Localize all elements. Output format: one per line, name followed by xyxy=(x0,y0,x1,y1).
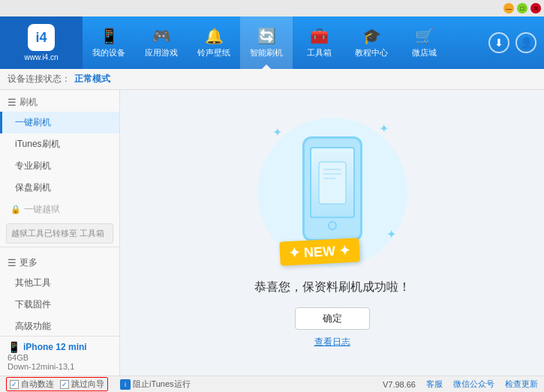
titlebar: — □ ✕ xyxy=(0,0,544,16)
stop-itunes-label: 阻止iTunes运行 xyxy=(133,379,191,390)
smart-flash-icon: 🔄 xyxy=(257,27,276,45)
nav-my-device-label: 我的设备 xyxy=(92,47,125,58)
sidebar-section-more-label: 更多 xyxy=(20,256,38,269)
stop-itunes-area: i 阻止iTunes运行 xyxy=(116,379,195,390)
user-button[interactable]: 👤 xyxy=(515,32,536,53)
ringtone-icon: 🔔 xyxy=(205,27,224,45)
more-section-icon: ☰ xyxy=(8,257,17,268)
sidebar-item-advanced[interactable]: 高级功能 xyxy=(0,316,119,336)
nav-apps-games[interactable]: 🎮 应用游戏 xyxy=(135,16,188,69)
logo-area: i4 www.i4.cn xyxy=(0,16,83,69)
tutorial-icon: 🎓 xyxy=(362,27,381,45)
sidebar-item-pro-flash[interactable]: 专业刷机 xyxy=(0,155,119,177)
nav-my-device[interactable]: 📱 我的设备 xyxy=(83,16,135,69)
jailbreak-label: 一键越狱 xyxy=(24,203,60,216)
auto-connect-box[interactable]: ✓ xyxy=(10,380,19,389)
sidebar: ☰ 刷机 一键刷机 iTunes刷机 专业刷机 保盘刷机 🔒 一键越狱 越狱工具… xyxy=(0,90,119,336)
sidebar-item-jailbreak: 🔒 一键越狱 xyxy=(0,199,119,220)
success-illustration: ✦ NEW ✦ ✦ ✦ ✦ xyxy=(257,118,407,268)
new-badge: ✦ NEW ✦ xyxy=(279,238,360,266)
device-name: iPhone 12 mini xyxy=(23,342,87,352)
nav-toolbox[interactable]: 🧰 工具箱 xyxy=(293,16,345,69)
left-panel: ☰ 刷机 一键刷机 iTunes刷机 专业刷机 保盘刷机 🔒 一键越狱 越狱工具… xyxy=(0,90,120,376)
weidian-icon: 🛒 xyxy=(415,27,434,45)
my-device-icon: 📱 xyxy=(100,27,119,45)
customer-service-link[interactable]: 客服 xyxy=(426,379,443,390)
skip-wizard-box[interactable]: ✓ xyxy=(60,380,69,389)
header: i4 www.i4.cn 📱 我的设备 🎮 应用游戏 🔔 铃声壁纸 🔄 智能刷机 xyxy=(0,16,544,69)
nav-tutorial-label: 教程中心 xyxy=(355,47,388,58)
phone-icon: 📱 xyxy=(8,341,20,353)
status-value: 正常模式 xyxy=(74,73,110,85)
nav-ringtones[interactable]: 🔔 铃声壁纸 xyxy=(188,16,240,69)
sidebar-section-more: ☰ 更多 xyxy=(0,250,119,272)
sparkle-2: ✦ xyxy=(379,121,389,136)
sidebar-item-download-firmware[interactable]: 下载固件 xyxy=(0,294,119,316)
sidebar-section-flash: ☰ 刷机 xyxy=(0,90,119,112)
sidebar-divider-1 xyxy=(0,247,119,247)
logo-text: www.i4.cn xyxy=(24,53,58,61)
nav-weidian[interactable]: 🛒 微店城 xyxy=(398,16,450,69)
nav-ringtones-label: 铃声壁纸 xyxy=(197,47,230,58)
success-message: 恭喜您，保资料刷机成功啦！ xyxy=(254,280,410,295)
flash-section-icon: ☰ xyxy=(8,97,17,108)
sparkle-1: ✦ xyxy=(272,125,282,139)
minimize-button[interactable]: — xyxy=(503,3,514,13)
auto-connect-label: 自动数连 xyxy=(21,379,54,390)
apps-icon: 🎮 xyxy=(152,27,171,45)
sidebar-note: 越狱工具已转移至 工具箱 xyxy=(6,223,113,244)
phone-home-button xyxy=(328,221,337,230)
version-text: V7.98.66 xyxy=(383,380,416,389)
content-area: ✦ NEW ✦ ✦ ✦ ✦ 恭喜您，保资料刷机成功啦！ 确定 查看日志 xyxy=(120,90,544,376)
logo-icon: i4 xyxy=(28,24,55,51)
maximize-button[interactable]: □ xyxy=(517,3,527,13)
skip-wizard-checkbox[interactable]: ✓ 跳过向导 xyxy=(60,379,104,390)
wechat-public-link[interactable]: 微信公众号 xyxy=(453,379,494,390)
close-button[interactable]: ✕ xyxy=(530,3,541,13)
lock-icon: 🔒 xyxy=(11,205,21,214)
confirm-button[interactable]: 确定 xyxy=(295,307,370,330)
goto-log-link[interactable]: 查看日志 xyxy=(314,336,350,349)
check-update-link[interactable]: 检查更新 xyxy=(505,379,538,390)
nav-smart-flash-label: 智能刷机 xyxy=(250,47,283,58)
device-storage: 64GB xyxy=(8,353,112,362)
main-area: ☰ 刷机 一键刷机 iTunes刷机 专业刷机 保盘刷机 🔒 一键越狱 越狱工具… xyxy=(0,90,544,376)
nav-weidian-label: 微店城 xyxy=(412,47,437,58)
auto-connect-checkbox[interactable]: ✓ 自动数连 xyxy=(10,379,54,390)
sidebar-section-flash-label: 刷机 xyxy=(20,96,38,109)
note-text: 越狱工具已转移至 工具箱 xyxy=(11,229,104,238)
header-right: ⬇ 👤 xyxy=(488,32,544,53)
bottom-bar: ✓ 自动数连 ✓ 跳过向导 i 阻止iTunes运行 V7.98.66 客服 微… xyxy=(0,376,544,392)
bottom-left: ✓ 自动数连 ✓ 跳过向导 i 阻止iTunes运行 xyxy=(6,377,195,391)
nav-toolbox-label: 工具箱 xyxy=(307,47,332,58)
status-label: 设备连接状态： xyxy=(8,73,71,85)
phone-screen-graphic xyxy=(317,160,347,205)
phone-screen xyxy=(310,147,355,218)
nav-tutorial[interactable]: 🎓 教程中心 xyxy=(345,16,398,69)
device-model: Down-12mini-13,1 xyxy=(8,362,112,371)
nav-bar: 📱 我的设备 🎮 应用游戏 🔔 铃声壁纸 🔄 智能刷机 🧰 工具箱 🎓 xyxy=(83,16,488,69)
device-info: 📱 iPhone 12 mini 64GB Down-12mini-13,1 xyxy=(0,336,119,376)
bottom-right: V7.98.66 客服 微信公众号 检查更新 xyxy=(383,379,538,390)
checkbox-group: ✓ 自动数连 ✓ 跳过向导 xyxy=(6,377,108,391)
sidebar-item-one-click-flash[interactable]: 一键刷机 xyxy=(0,112,119,133)
nav-smart-flash[interactable]: 🔄 智能刷机 xyxy=(240,16,293,69)
status-bar: 设备连接状态： 正常模式 xyxy=(0,69,544,90)
sidebar-item-save-flash[interactable]: 保盘刷机 xyxy=(0,177,119,199)
app-window: — □ ✕ i4 www.i4.cn 📱 我的设备 🎮 应用游戏 🔔 铃声壁纸 xyxy=(0,0,544,392)
logo-symbol: i4 xyxy=(35,30,47,46)
sidebar-item-other-tools[interactable]: 其他工具 xyxy=(0,272,119,294)
download-button[interactable]: ⬇ xyxy=(488,32,509,53)
sidebar-item-itunes-flash[interactable]: iTunes刷机 xyxy=(0,133,119,155)
nav-apps-label: 应用游戏 xyxy=(145,47,178,58)
sparkle-3: ✦ xyxy=(386,227,396,241)
toolbox-icon: 🧰 xyxy=(310,27,329,45)
stop-itunes-icon: i xyxy=(120,379,131,390)
skip-wizard-label: 跳过向导 xyxy=(71,379,104,390)
svg-rect-0 xyxy=(319,162,346,204)
